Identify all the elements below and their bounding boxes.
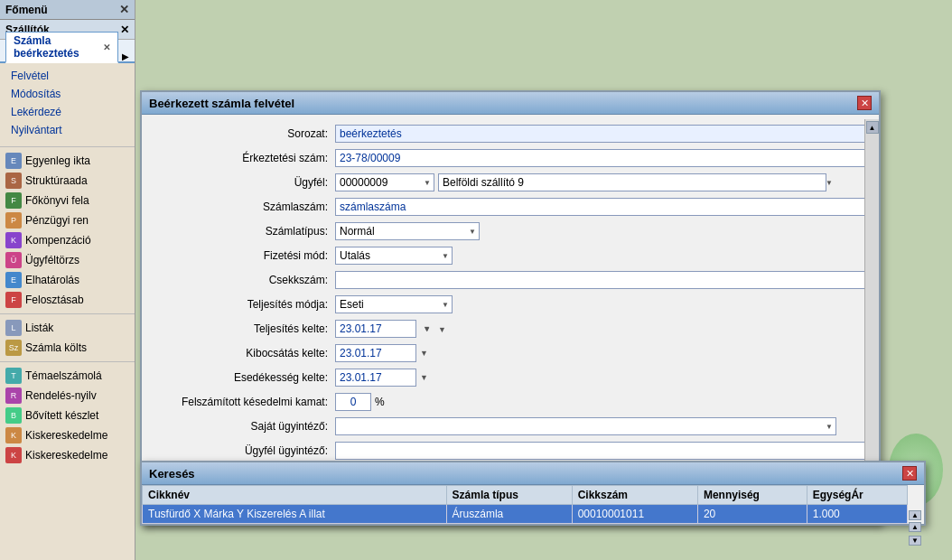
teljesites-kelte-label: Teljesítés kelte: (154, 322, 335, 335)
ugyfel-ugyintez-label: Ügyfél ügyintéző: (154, 444, 335, 457)
sorozat-input[interactable] (335, 125, 866, 143)
kereses-scrollbar[interactable]: ▲ ▲ ▼ (908, 507, 922, 524)
sidebar-item-felosztasab[interactable]: F Felosztásab (0, 290, 135, 310)
sajat-ugyintez-select[interactable] (335, 417, 836, 435)
csekkszam-input[interactable] (335, 271, 866, 289)
erkeztetesi-szam-label: Érkeztetési szám: (154, 152, 335, 164)
row-szamlaszam: Számlaszám: (154, 197, 866, 217)
sidebar-item-nyilvantart[interactable]: Nyilvántart (0, 121, 135, 139)
sidebar-section2: E Egyenleg ikta S Struktúraada F Főkönyv… (0, 146, 135, 310)
ugyfel-label: Ügyfél: (154, 176, 335, 189)
sidebar-item-bovitem[interactable]: B Bővített készlet (0, 406, 135, 425)
teljesites-kelte-input[interactable] (335, 320, 416, 338)
col-mennyiseg: Mennyiség (697, 486, 807, 505)
tab-close-icon[interactable]: ✕ (103, 42, 110, 52)
row-fizetesi-mod: Fizetési mód: Utalás (154, 246, 866, 266)
main-menu-title: Főmenü (5, 4, 48, 16)
struktura-icon: S (5, 173, 22, 189)
sidebar-item-szamlak[interactable]: Sz Számla költs (0, 338, 135, 358)
teljesites-modja-select[interactable]: Eseti (335, 295, 453, 313)
rendeles-icon: R (5, 387, 22, 404)
scroll-up-btn[interactable]: ▲ (866, 121, 879, 134)
dialog-close-button[interactable]: ✕ (857, 96, 872, 110)
sidebar-item-felvetel[interactable]: Felvétel (0, 67, 135, 85)
sidebar-item-listak[interactable]: L Listák (0, 318, 135, 338)
sorozat-label: Sorozat: (154, 127, 335, 140)
elhatarolas-icon: E (5, 272, 22, 288)
tab-bar: Számla beérkeztetés ✕ ▶ (0, 40, 135, 63)
kereses-table: Cikknév Számla típus Cikkszám Mennyiség … (142, 485, 908, 524)
teljesites-kelte-dropdown[interactable]: ▼ (438, 325, 446, 334)
ugyfel-ugyintez-input[interactable] (335, 442, 866, 460)
kereses-title-bar: Keresés ✕ (142, 462, 924, 485)
row-ugyfel-ugyintez: Ügyfél ügyintéző: (154, 441, 866, 461)
row-esedekesseg-kelte: Esedékesség kelte: ▼ (154, 368, 866, 387)
kereses-scroll-top-btn[interactable]: ▲ (909, 510, 921, 520)
sidebar-item-ugyfeltorzs[interactable]: Ü Ügyféltörzs (0, 250, 135, 270)
sub-menu-close[interactable]: ✕ (120, 23, 129, 36)
sidebar-item-lekerdeze[interactable]: Lekérdezé (0, 103, 135, 121)
tab-szamla[interactable]: Számla beérkeztetés ✕ (5, 32, 118, 63)
sidebar-item-modositas[interactable]: Módosítás (0, 85, 135, 103)
fokonyv-icon: F (5, 192, 22, 209)
kiskeresk1-icon: K (5, 427, 22, 443)
cell-szamlatipus: Áruszámla (446, 505, 572, 524)
kereses-close-button[interactable]: ✕ (902, 466, 917, 481)
row-ugyfel: Ügyfél: 00000009 Belföldi szállító 9 (154, 173, 866, 192)
szamlatipus-label: Számlatípus: (154, 225, 335, 238)
sidebar-item-egyenleg[interactable]: E Egyenleg ikta (0, 151, 135, 171)
sidebar-item-kiskeresk2[interactable]: K Kiskereskedelme (0, 445, 135, 465)
ugyfel-code-select[interactable]: 00000009 (335, 173, 434, 191)
kibocsat-kelte-dropdown[interactable]: ▼ (420, 349, 428, 358)
esedekesseg-kelte-dropdown[interactable]: ▼ (420, 373, 428, 382)
szamlak-icon: Sz (5, 340, 22, 356)
row-kibocsat-kelte: Kibocsátás kelte: ▼ (154, 343, 866, 363)
tab-szamla-label: Számla beérkeztetés (14, 34, 99, 60)
esedekesseg-kelte-input[interactable] (335, 369, 416, 387)
kereses-scroll-down-btn[interactable]: ▼ (909, 536, 921, 546)
szamlaszam-input[interactable] (335, 198, 866, 216)
sidebar-item-struktura[interactable]: S Struktúraada (0, 171, 135, 191)
cell-cikkszam: 00010001011 (572, 505, 697, 524)
sidebar-item-kompenzacio[interactable]: K Kompenzáció (0, 230, 135, 250)
kereses-table-body: Tusfürdő X Márka Y Kiszerelés A illat Ár… (143, 505, 908, 524)
kereses-scroll-up-btn[interactable]: ▲ (909, 522, 921, 532)
table-row[interactable]: Tusfürdő X Márka Y Kiszerelés A illat Ár… (143, 505, 908, 524)
temaelszamola-icon: T (5, 368, 22, 384)
ugyfel-name-select[interactable]: Belföldi szállító 9 (438, 173, 826, 191)
col-egysegar: EgységÁr (807, 486, 907, 505)
felosztasab-icon: F (5, 292, 22, 308)
row-szamlatipus: Számlatípus: Normál (154, 221, 866, 241)
row-sorozat: Sorozat: (154, 124, 866, 144)
percent-sign: % (375, 396, 385, 408)
tab-arrow-icon[interactable]: ▶ (122, 51, 129, 61)
sidebar: Főmenü ✕ Szállítók ✕ Számla beérkeztetés… (0, 0, 135, 560)
kiskeresk2-icon: K (5, 447, 22, 463)
sidebar-item-elhatarolas[interactable]: E Elhatárolás (0, 270, 135, 290)
sidebar-item-temazamola[interactable]: T Témaelszámolá (0, 366, 135, 386)
dialog-title-bar: Beérkezett számla felvétel ✕ (142, 92, 879, 115)
main-menu-close[interactable]: ✕ (119, 3, 129, 16)
listak-icon: L (5, 320, 22, 336)
teljesites-modja-label: Teljesítés módja: (154, 298, 335, 311)
erkeztetesi-szam-input[interactable] (335, 149, 866, 167)
sidebar-item-rendeles[interactable]: R Rendelés-nyilv (0, 386, 135, 406)
sidebar-item-fokonyvifela[interactable]: F Főkönyvi fela (0, 191, 135, 210)
szamlatipus-select[interactable]: Normál (335, 222, 480, 240)
fizetesi-mod-select[interactable]: Utalás (335, 247, 453, 265)
kereses-title-text: Keresés (149, 467, 195, 481)
cell-egysegar: 1.000 (807, 505, 907, 524)
sidebar-item-penzugyi[interactable]: P Pénzügyi ren (0, 210, 135, 230)
row-kedelmi-kamat: Felszámított késedelmi kamat: % (154, 392, 866, 412)
sidebar-item-kiskeresk1[interactable]: K Kiskereskedelme (0, 425, 135, 445)
fizetesi-mod-label: Fizetési mód: (154, 249, 335, 262)
kedelmi-kamat-input[interactable] (335, 393, 371, 411)
row-teljesites-modja: Teljesítés módja: Eseti (154, 294, 866, 314)
kompenzacio-icon: K (5, 232, 22, 248)
ugyfeltorzs-icon: Ü (5, 252, 22, 268)
sidebar-nav: Felvétel Módosítás Lekérdezé Nyilvántart (0, 63, 135, 143)
sidebar-section3: L Listák Sz Számla költs (0, 313, 135, 358)
kereses-table-container: Cikknév Számla típus Cikkszám Mennyiség … (142, 485, 924, 524)
sajat-ugyintez-label: Saját ügyintéző: (154, 420, 335, 433)
kibocsat-kelte-input[interactable] (335, 344, 416, 362)
